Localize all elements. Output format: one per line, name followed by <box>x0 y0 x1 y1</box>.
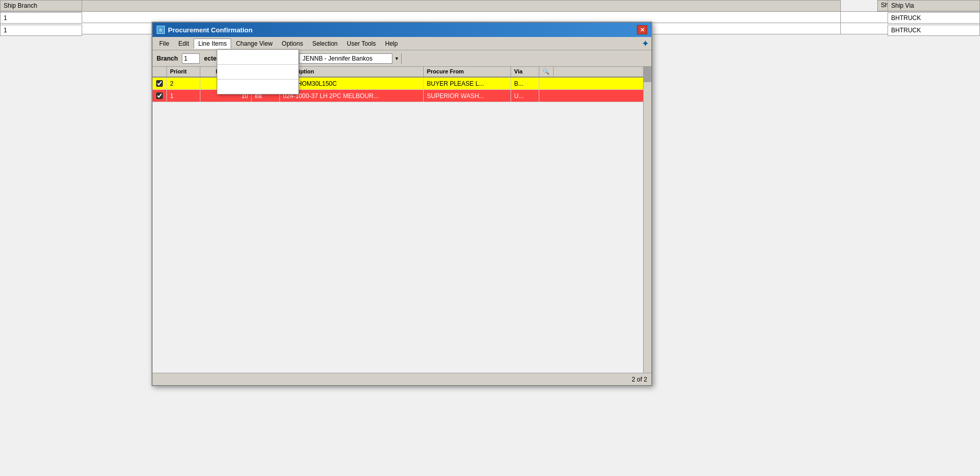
row1-priority: 2 <box>167 78 200 89</box>
procurement-confirmation-modal: ≡ Procurement Confirmation ✕ File Edit L… <box>152 22 652 386</box>
bg-ship-via-row2: BHTRUCK <box>888 25 980 36</box>
scrollbar-track[interactable] <box>643 67 651 373</box>
bg-ship-branch-header: Ship Branch <box>0 0 82 11</box>
menu-user-tools[interactable]: User Tools <box>342 39 380 49</box>
row1-checkbox[interactable] <box>156 80 163 87</box>
bg-ship-via-header: Ship Via <box>888 0 980 11</box>
modal-icon: ≡ <box>157 26 165 34</box>
buyer-id-dropdown[interactable]: JENNB - Jennifer Bankos ▼ <box>299 53 402 64</box>
menu-item-deselect-items[interactable] <box>217 87 298 92</box>
status-bar: 2 of 2 <box>153 373 651 385</box>
row2-priority: 1 <box>167 90 200 102</box>
record-count: 2 of 2 <box>632 376 647 383</box>
grid-header-via: Via <box>511 67 539 77</box>
branch-input[interactable] <box>182 53 200 64</box>
bg-col-ship-branch: Ship Branch <box>1 1 841 12</box>
menu-help[interactable]: Help <box>381 39 403 49</box>
star-icon: ✦ <box>642 38 649 49</box>
buyer-id-value: JENNB - Jennifer Bankos <box>299 53 392 64</box>
grid-header-priority: Priorit <box>167 67 200 77</box>
modal-title: Procurement Confirmation <box>168 26 253 34</box>
close-button[interactable]: ✕ <box>637 25 647 34</box>
menu-item-add-to-po[interactable] <box>217 72 298 77</box>
row2-via: U... <box>511 90 539 102</box>
menu-item-view[interactable] <box>217 52 298 57</box>
line-items-dropdown-menu <box>217 49 299 94</box>
grid-body: 2 5 EA 5QD HOM30L150C BUYER PLEASE L... … <box>153 78 651 373</box>
grid-header-search[interactable]: 🔍 <box>539 67 554 77</box>
menu-edit[interactable]: Edit <box>174 39 194 49</box>
bg-ship-branch-row1: 1 <box>0 12 82 24</box>
row2-checkbox[interactable] <box>156 92 163 99</box>
menu-bar: File Edit Line Items Change View Options… <box>153 37 651 50</box>
row1-via: B... <box>511 78 539 89</box>
grid-header-check <box>153 67 167 77</box>
row2-procure-from: SUPERIOR WASH... <box>424 90 511 102</box>
menu-item-edit[interactable] <box>217 57 298 62</box>
grid-header-procure-from: Procure From <box>424 67 511 77</box>
menu-line-items[interactable]: Line Items <box>194 39 231 49</box>
row2-description: 024-1000-37 LH 2PC MELBOUR... <box>280 90 424 102</box>
grid-container: Priorit Procure Qty UM Description Procu… <box>153 67 651 373</box>
grid-header-description: Description <box>280 67 424 77</box>
menu-change-view[interactable]: Change View <box>231 39 277 49</box>
menu-item-select-items[interactable] <box>217 82 298 87</box>
scrollbar-thumb[interactable] <box>643 67 651 82</box>
buyer-id-dropdown-arrow[interactable]: ▼ <box>392 53 401 64</box>
row1-procure-from: BUYER PLEASE L... <box>424 78 511 89</box>
branch-label: Branch <box>157 55 178 62</box>
menu-separator-1 <box>217 64 298 65</box>
menu-separator-2 <box>217 79 298 80</box>
bg-ship-via-row1: BHTRUCK <box>888 12 980 24</box>
bg-ship-branch-row2: 1 <box>0 25 82 36</box>
row1-description: 5QD HOM30L150C <box>280 78 424 89</box>
title-bar: ≡ Procurement Confirmation ✕ <box>153 23 651 37</box>
row1-checkbox-cell[interactable] <box>153 78 167 89</box>
row2-checkbox-cell[interactable] <box>153 90 167 102</box>
menu-selection[interactable]: Selection <box>308 39 342 49</box>
menu-item-create-po[interactable] <box>217 67 298 72</box>
menu-options[interactable]: Options <box>277 39 308 49</box>
menu-file[interactable]: File <box>155 39 174 49</box>
